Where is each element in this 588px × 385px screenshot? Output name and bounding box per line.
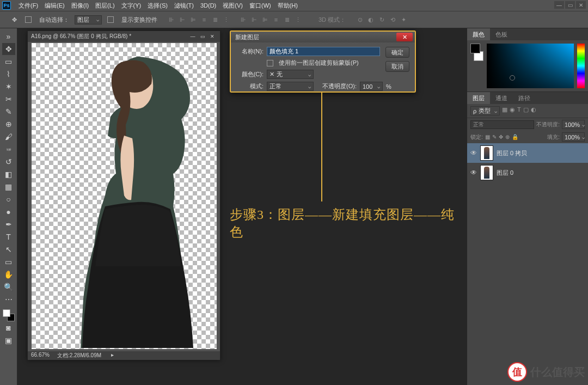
window-minimize[interactable]: — bbox=[554, 1, 564, 9]
lock-icon[interactable]: 🔒 bbox=[512, 134, 518, 140]
tab-color[interactable]: 颜色 bbox=[467, 28, 490, 40]
gradient-tool[interactable]: ▦ bbox=[2, 181, 15, 193]
wand-tool[interactable]: ✶ bbox=[2, 81, 15, 93]
filter-icon[interactable]: ◉ bbox=[510, 106, 515, 115]
hue-slider[interactable] bbox=[577, 44, 585, 88]
align-icon[interactable]: ≡ bbox=[200, 15, 209, 24]
pen-tool[interactable]: ✒ bbox=[2, 218, 15, 230]
tab-swatches[interactable]: 色板 bbox=[490, 28, 513, 40]
visibility-icon[interactable]: 👁 bbox=[470, 149, 477, 157]
menu-image[interactable]: 图像(I) bbox=[68, 1, 92, 11]
filter-icon[interactable]: ◐ bbox=[531, 106, 536, 115]
mode3d-icon[interactable]: ⟲ bbox=[388, 15, 397, 24]
distribute-icon[interactable]: ≣ bbox=[283, 15, 291, 24]
history-brush-tool[interactable]: ↺ bbox=[2, 156, 15, 168]
menu-select[interactable]: 选择(S) bbox=[144, 1, 171, 11]
auto-select-checkbox[interactable] bbox=[25, 16, 32, 23]
mode3d-icon[interactable]: ↻ bbox=[377, 15, 386, 24]
clip-mask-checkbox[interactable] bbox=[267, 60, 273, 66]
lock-icon[interactable]: ✥ bbox=[499, 134, 503, 140]
menu-view[interactable]: 视图(V) bbox=[219, 1, 246, 11]
auto-select-dropdown[interactable]: 图层 bbox=[75, 15, 102, 25]
mode-dropdown[interactable]: 正常 bbox=[267, 82, 314, 91]
dialog-close-button[interactable]: ✕ bbox=[396, 33, 413, 41]
move-tool[interactable]: ✥ bbox=[2, 43, 15, 55]
mode3d-icon[interactable]: ⊙ bbox=[356, 15, 364, 24]
crop-tool[interactable]: ✂ bbox=[2, 93, 15, 105]
align-icon[interactable]: ⊩ bbox=[178, 15, 187, 24]
layer-kind-dropdown[interactable]: ρ类型 bbox=[470, 106, 500, 115]
menu-file[interactable]: 文件(F) bbox=[15, 1, 41, 11]
color-field[interactable] bbox=[487, 44, 574, 88]
right-panels: 颜色 色板 图层 通道 路径 ρ类型 ▦ ◉ T ▢ ◐ bbox=[467, 28, 588, 385]
filter-icon[interactable]: ▦ bbox=[502, 106, 507, 115]
document-window: A16.png @ 66.7% (图层 0 拷贝, RGB/8) * — ▭ ✕ bbox=[27, 30, 220, 359]
visibility-icon[interactable]: 👁 bbox=[470, 169, 477, 176]
tab-paths[interactable]: 路径 bbox=[513, 92, 536, 104]
zoom-tool[interactable]: 🔍 bbox=[2, 281, 15, 293]
lasso-tool[interactable]: ⌇ bbox=[2, 68, 15, 80]
layer-opacity-input[interactable]: 100% bbox=[562, 120, 585, 129]
document-canvas[interactable] bbox=[28, 42, 220, 351]
shape-tool[interactable]: ▭ bbox=[2, 256, 15, 268]
screenmode-tool[interactable]: ▣ bbox=[2, 334, 15, 346]
dodge-tool[interactable]: ● bbox=[2, 206, 15, 218]
mode3d-icon[interactable]: ✦ bbox=[399, 15, 408, 24]
menu-help[interactable]: 帮助(H) bbox=[274, 1, 301, 11]
annotation-connector bbox=[321, 93, 322, 201]
quickmask-tool[interactable]: ◙ bbox=[2, 322, 15, 334]
align-icon[interactable]: ⊫ bbox=[189, 15, 198, 24]
brush-tool[interactable]: 🖌 bbox=[2, 131, 15, 143]
align-icon[interactable]: ⊪ bbox=[167, 15, 176, 24]
color-swatch-panel[interactable] bbox=[470, 44, 483, 61]
window-maximize[interactable]: ▭ bbox=[565, 1, 575, 9]
tab-channels[interactable]: 通道 bbox=[490, 92, 513, 104]
text-tool[interactable]: T bbox=[2, 231, 15, 243]
doc-minimize[interactable]: — bbox=[188, 33, 197, 40]
doc-close[interactable]: ✕ bbox=[208, 33, 217, 40]
menu-window[interactable]: 窗口(W) bbox=[246, 1, 274, 11]
stamp-tool[interactable]: ⎃ bbox=[2, 143, 15, 155]
align-icon[interactable]: ⋮ bbox=[222, 15, 230, 24]
distribute-icon[interactable]: ⊩ bbox=[250, 15, 259, 24]
opacity-input[interactable]: 100 bbox=[360, 82, 383, 91]
cancel-button[interactable]: 取消 bbox=[385, 61, 409, 72]
show-transform-checkbox[interactable] bbox=[107, 16, 114, 23]
window-close[interactable]: ✕ bbox=[576, 1, 586, 9]
color-swatch[interactable] bbox=[3, 309, 15, 321]
align-icon[interactable]: ≣ bbox=[211, 15, 219, 24]
path-tool[interactable]: ↖ bbox=[2, 243, 15, 255]
distribute-icon[interactable]: ≡ bbox=[272, 15, 280, 24]
menu-text[interactable]: 文字(Y) bbox=[118, 1, 145, 11]
doc-maximize[interactable]: ▭ bbox=[198, 33, 207, 40]
layer-item[interactable]: 👁 图层 0 bbox=[467, 163, 588, 182]
layer-fill-input[interactable]: 100% bbox=[562, 132, 585, 142]
menu-3d[interactable]: 3D(D) bbox=[197, 1, 219, 10]
blend-mode-dropdown[interactable]: 正常 bbox=[470, 120, 534, 129]
layer-item[interactable]: 👁 图层 0 拷贝 bbox=[467, 143, 588, 163]
lock-icon[interactable]: ▦ bbox=[485, 134, 490, 140]
hand-tool[interactable]: ✋ bbox=[2, 268, 15, 280]
mode3d-icon[interactable]: ◐ bbox=[366, 15, 375, 24]
eraser-tool[interactable]: ◧ bbox=[2, 168, 15, 180]
collapse-icon[interactable]: » bbox=[2, 30, 15, 42]
heal-tool[interactable]: ⊕ bbox=[2, 118, 15, 130]
distribute-icon[interactable]: ⊫ bbox=[261, 15, 270, 24]
marquee-tool[interactable]: ▭ bbox=[2, 56, 15, 68]
name-input[interactable] bbox=[267, 47, 380, 56]
distribute-icon[interactable]: ⊪ bbox=[239, 15, 248, 24]
eyedropper-tool[interactable]: ✎ bbox=[2, 106, 15, 118]
edit-toolbar[interactable]: ⋯ bbox=[2, 294, 15, 305]
filter-icon[interactable]: T bbox=[517, 106, 521, 115]
blur-tool[interactable]: ○ bbox=[2, 193, 15, 205]
filter-icon[interactable]: ▢ bbox=[523, 106, 529, 115]
menu-edit[interactable]: 编辑(E) bbox=[41, 1, 68, 11]
tab-layers[interactable]: 图层 bbox=[467, 92, 490, 104]
distribute-icon[interactable]: ⋮ bbox=[293, 15, 302, 24]
lock-icon[interactable]: ✎ bbox=[492, 134, 497, 140]
menu-filter[interactable]: 滤镜(T) bbox=[171, 1, 197, 11]
lock-icon[interactable]: ⊕ bbox=[505, 134, 510, 140]
ok-button[interactable]: 确定 bbox=[385, 47, 409, 58]
color-dropdown[interactable]: ✕无 bbox=[267, 70, 314, 79]
menu-layer[interactable]: 图层(L) bbox=[92, 1, 118, 11]
